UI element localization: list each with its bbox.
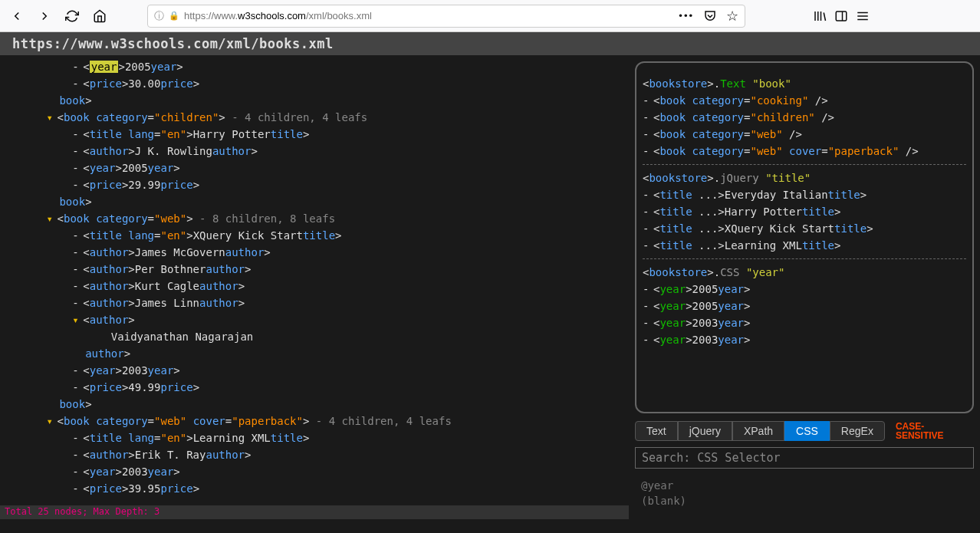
result-item[interactable]: - <year>2005year> — [643, 298, 966, 314]
home-icon — [93, 9, 107, 23]
result-item[interactable]: - <book category="web" /> — [643, 126, 966, 143]
xml-line[interactable]: - <author>Erik T. Rayauthor> — [8, 446, 621, 463]
forward-button[interactable] — [34, 5, 55, 27]
xml-line[interactable]: - <author>Per Bothnerauthor> — [8, 261, 621, 278]
result-item[interactable]: - <year>2005year> — [643, 281, 966, 298]
tab-text[interactable]: Text — [635, 421, 678, 441]
url-bar[interactable]: ⓘ 🔒 https://www.w3schools.com/xml/books.… — [147, 5, 745, 28]
xml-line[interactable]: - <year>2003year> — [8, 463, 621, 480]
result-item[interactable]: - <year>2003year> — [643, 331, 966, 348]
arrow-left-icon — [10, 9, 24, 23]
xml-line[interactable]: ▾ <author> — [8, 311, 621, 328]
search-input[interactable]: Search: CSS Selector — [635, 447, 974, 469]
xml-line[interactable]: book> — [8, 396, 621, 413]
search-history[interactable]: @year(blank) — [635, 473, 974, 513]
page-url-header: https://www.w3schools.com/xml/books.xml — [0, 32, 980, 55]
results-header: <bookstore>.CSS "year" — [643, 264, 966, 281]
search-mode-tabs: TextjQueryXPathCSSRegExCASE-SENSITIVE — [635, 421, 974, 441]
svg-rect-0 — [836, 12, 847, 21]
xml-line[interactable]: - <author>James McGovernauthor> — [8, 244, 621, 261]
result-item[interactable]: - <title ...>Everyday Italiantitle> — [643, 186, 966, 203]
xml-line[interactable]: - <price>49.99price> — [8, 379, 621, 396]
result-item[interactable]: - <year>2003year> — [643, 314, 966, 331]
results-section: <bookstore>.jQuery "title"- <title ...>E… — [643, 164, 966, 258]
result-item[interactable]: - <book category="cooking" /> — [643, 92, 966, 109]
xml-line[interactable]: ▾ <book category="web" cover="paperback"… — [8, 413, 621, 429]
side-panel: <bookstore>.Text "book"- <book category=… — [629, 55, 980, 519]
back-button[interactable] — [6, 5, 28, 27]
xml-line[interactable]: - <author>J K. Rowlingauthor> — [8, 143, 621, 160]
xml-line[interactable]: - <year>2005year> — [8, 58, 621, 75]
xml-line[interactable]: ▾ <book category="children"> - 4 childre… — [8, 109, 621, 126]
result-item[interactable]: - <title ...>Harry Pottertitle> — [643, 203, 966, 220]
result-item[interactable]: - <book category="children" /> — [643, 109, 966, 126]
xml-line[interactable]: - <price>30.00price> — [8, 75, 621, 92]
xml-line[interactable]: - <price>29.99price> — [8, 176, 621, 193]
tab-jquery[interactable]: jQuery — [678, 421, 732, 441]
arrow-right-icon — [38, 9, 51, 23]
url-text: https://www.w3schools.com/xml/books.xml — [184, 10, 372, 21]
xml-line[interactable]: - <year>2003year> — [8, 362, 621, 379]
xml-line[interactable]: - <title lang="en">Learning XMLtitle> — [8, 429, 621, 446]
reload-icon — [65, 9, 79, 23]
reload-button[interactable] — [61, 5, 83, 27]
xml-line[interactable]: author> — [8, 345, 621, 362]
lock-icon: 🔒 — [169, 11, 179, 21]
xml-line[interactable]: - <price>39.95price> — [8, 480, 621, 497]
result-item[interactable]: - <title ...>XQuery Kick Starttitle> — [643, 220, 966, 237]
results-section: <bookstore>.CSS "year"- <year>2005year>-… — [643, 258, 966, 353]
tab-xpath[interactable]: XPath — [732, 421, 784, 441]
xml-line[interactable]: ▾ <book category="web"> - 8 children, 8 … — [8, 210, 621, 227]
xml-line[interactable]: - <title lang="en">Harry Pottertitle> — [8, 126, 621, 143]
xml-line[interactable]: - <author>Kurt Cagleauthor> — [8, 278, 621, 294]
status-bar: Total 25 nodes; Max Depth: 3 — [0, 505, 629, 519]
history-item[interactable]: (blank) — [641, 493, 968, 508]
results-header: <bookstore>.Text "book" — [643, 75, 966, 92]
tab-regex[interactable]: RegEx — [830, 421, 885, 441]
sidebar-icon[interactable] — [834, 9, 848, 23]
result-item[interactable]: - <title ...>Learning XMLtitle> — [643, 237, 966, 254]
xml-line[interactable]: book> — [8, 92, 621, 109]
results-box[interactable]: <bookstore>.Text "book"- <book category=… — [635, 61, 974, 413]
tab-css[interactable]: CSS — [784, 421, 830, 441]
library-icon[interactable] — [813, 9, 827, 23]
pocket-icon[interactable] — [703, 9, 717, 23]
xml-line[interactable]: - <title lang="en">XQuery Kick Starttitl… — [8, 227, 621, 244]
history-item[interactable]: @year — [641, 478, 968, 493]
xml-line[interactable]: book> — [8, 193, 621, 210]
result-item[interactable]: - <book category="web" cover="paperback"… — [643, 143, 966, 160]
xml-line[interactable]: - <year>2005year> — [8, 160, 621, 176]
xml-line[interactable]: - <author>James Linnauthor> — [8, 294, 621, 311]
info-icon: ⓘ — [154, 9, 164, 23]
browser-chrome: ⓘ 🔒 https://www.w3schools.com/xml/books.… — [0, 0, 980, 32]
results-header: <bookstore>.jQuery "title" — [643, 169, 966, 186]
case-sensitive-label[interactable]: CASE-SENSITIVE — [896, 422, 944, 440]
bookmark-star-icon[interactable]: ☆ — [726, 8, 738, 25]
xml-line[interactable]: Vaidyanathan Nagarajan — [8, 328, 621, 345]
menu-icon[interactable] — [856, 9, 870, 23]
home-button[interactable] — [89, 5, 110, 27]
results-section: <bookstore>.Text "book"- <book category=… — [643, 71, 966, 164]
more-icon[interactable]: ••• — [679, 10, 694, 21]
xml-tree-panel[interactable]: - <year>2005year> - <price>30.00price> b… — [0, 55, 629, 519]
